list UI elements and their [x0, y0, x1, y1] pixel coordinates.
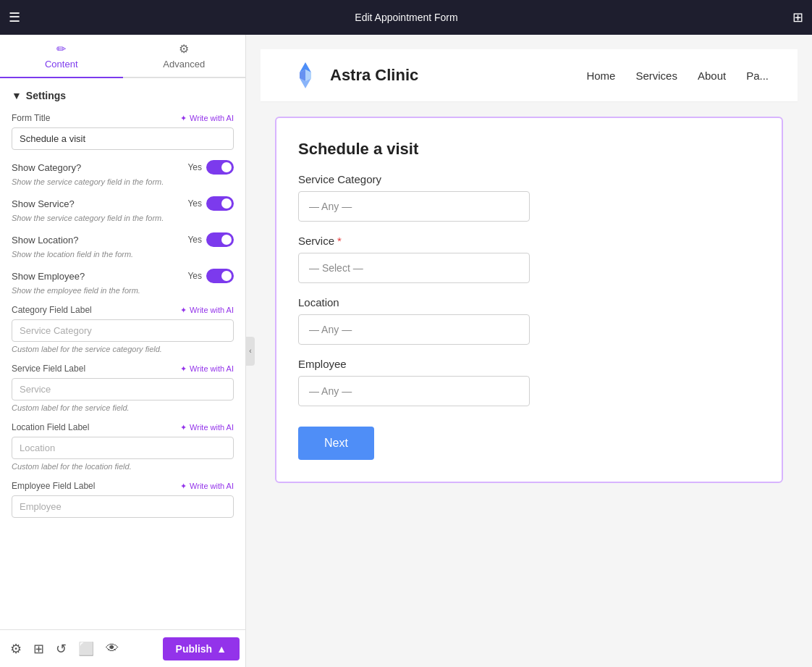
- publish-label: Publish: [176, 643, 213, 655]
- show-employee-toggle-wrapper: Yes: [187, 269, 234, 283]
- form-field-location-label: Location: [298, 296, 760, 309]
- service-ai-btn[interactable]: ✦ Write with AI: [180, 364, 234, 374]
- service-field-label: Service Field Label: [12, 364, 85, 374]
- brand-logo: [289, 59, 321, 91]
- category-field-label: Category Field Label: [12, 305, 92, 315]
- show-service-label: Show Service?: [12, 198, 75, 209]
- brand-area: Astra Clinic: [289, 59, 418, 91]
- settings-section-header: ▼ Settings: [12, 90, 234, 101]
- grid-icon[interactable]: ⊞: [792, 9, 803, 25]
- show-employee-helper: Show the employee field in the form.: [12, 286, 234, 295]
- form-field-employee: Employee — Any —: [298, 358, 760, 406]
- settings-icon-btn[interactable]: ⚙: [6, 637, 26, 661]
- show-location-label: Show Location?: [12, 235, 79, 246]
- location-field-label: Location Field Label: [12, 422, 89, 432]
- category-helper: Custom label for the service category fi…: [12, 345, 234, 353]
- sidebar-collapse-handle[interactable]: ‹: [246, 337, 255, 366]
- preview-area: Astra Clinic Home Services About Pa... S…: [246, 35, 812, 667]
- show-employee-toggle[interactable]: [206, 269, 234, 283]
- service-required-star: *: [337, 235, 342, 247]
- settings-title: Settings: [26, 90, 66, 101]
- service-label-row: Service Field Label ✦ Write with AI: [12, 364, 234, 374]
- location-label-text: Location: [298, 296, 339, 309]
- sidebar-content: ▼ Settings Form Title ✦ Write with AI: [0, 78, 245, 629]
- service-helper: Custom label for the service field.: [12, 403, 234, 412]
- show-category-yes: Yes: [187, 162, 202, 172]
- service-field-input[interactable]: [12, 378, 234, 400]
- show-location-toggle-row: Show Location? Yes: [12, 232, 234, 247]
- form-card: Schedule a visit Service Category — Any …: [275, 117, 783, 483]
- employee-select[interactable]: — Any —: [298, 376, 530, 406]
- category-ai-btn[interactable]: ✦ Write with AI: [180, 306, 234, 315]
- service-select[interactable]: — Select —: [298, 253, 530, 283]
- tab-content-label: Content: [45, 59, 78, 70]
- settings-collapse-icon[interactable]: ▼: [12, 90, 22, 101]
- show-employee-yes: Yes: [187, 271, 202, 281]
- show-service-toggle-row: Show Service? Yes: [12, 196, 234, 211]
- category-field-input[interactable]: [12, 319, 234, 342]
- category-ai-label: Write with AI: [190, 306, 234, 314]
- nav-services[interactable]: Services: [635, 70, 677, 82]
- show-category-toggle-wrapper: Yes: [187, 160, 234, 175]
- tab-advanced[interactable]: ⚙ Advanced: [123, 35, 246, 78]
- employee-label-text: Employee: [298, 358, 347, 370]
- location-select[interactable]: — Any —: [298, 314, 530, 345]
- form-field-service-category-label: Service Category: [298, 173, 760, 185]
- location-label-row: Location Field Label ✦ Write with AI: [12, 422, 234, 432]
- brand-name: Astra Clinic: [330, 66, 418, 85]
- sidebar-tabs: ✏ Content ⚙ Advanced: [0, 35, 245, 78]
- top-bar-title: Edit Appointment Form: [29, 12, 784, 23]
- form-title-field: Form Title ✦ Write with AI: [12, 113, 234, 150]
- responsive-icon-btn[interactable]: ⬜: [74, 637, 98, 661]
- location-ai-btn[interactable]: ✦ Write with AI: [180, 423, 234, 432]
- show-location-helper: Show the location field in the form.: [12, 250, 234, 259]
- form-field-employee-label: Employee: [298, 358, 760, 370]
- show-category-label: Show Category?: [12, 162, 81, 173]
- employee-field-input[interactable]: [12, 495, 234, 518]
- service-ai-label: Write with AI: [190, 364, 234, 373]
- service-label-text: Service: [298, 235, 334, 247]
- sidebar: ✏ Content ⚙ Advanced ▼ Settings: [0, 35, 246, 667]
- service-field-label-field: Service Field Label ✦ Write with AI Cust…: [12, 364, 234, 412]
- show-location-toggle[interactable]: [206, 232, 234, 247]
- sidebar-wrapper: ✏ Content ⚙ Advanced ▼ Settings: [0, 35, 246, 667]
- nav-menu: Home Services About Pa...: [586, 70, 769, 82]
- employee-label-row: Employee Field Label ✦ Write with AI: [12, 481, 234, 491]
- show-category-toggle[interactable]: [206, 160, 234, 175]
- employee-ai-btn[interactable]: ✦ Write with AI: [180, 482, 234, 491]
- nav-about[interactable]: About: [698, 70, 726, 82]
- service-ai-icon: ✦: [180, 364, 187, 374]
- employee-field-label-field: Employee Field Label ✦ Write with AI: [12, 481, 234, 518]
- show-employee-label: Show Employee?: [12, 271, 85, 282]
- layers-icon-btn[interactable]: ⊞: [29, 637, 48, 661]
- nav-home[interactable]: Home: [586, 70, 615, 82]
- history-icon-btn[interactable]: ↺: [51, 637, 71, 661]
- advanced-tab-icon: ⚙: [179, 42, 189, 56]
- category-ai-icon: ✦: [180, 306, 187, 315]
- hamburger-icon[interactable]: ☰: [9, 9, 20, 25]
- employee-ai-icon: ✦: [180, 482, 187, 491]
- location-field-input[interactable]: [12, 437, 234, 459]
- tab-advanced-label: Advanced: [163, 59, 205, 70]
- form-title-label: Form Title: [12, 113, 50, 123]
- form-title-input[interactable]: [12, 127, 234, 150]
- show-service-yes: Yes: [187, 198, 202, 209]
- preview-nav-wrapper: Astra Clinic Home Services About Pa...: [261, 49, 798, 102]
- form-title-label-row: Form Title ✦ Write with AI: [12, 113, 234, 123]
- nav-more[interactable]: Pa...: [746, 70, 769, 82]
- show-location-field: Show Location? Yes Show the location fie…: [12, 232, 234, 259]
- publish-button[interactable]: Publish ▲: [163, 637, 240, 660]
- form-title-ai-btn[interactable]: ✦ Write with AI: [180, 114, 234, 123]
- next-button[interactable]: Next: [298, 427, 374, 460]
- preview-icon-btn[interactable]: 👁: [101, 637, 123, 660]
- show-service-helper: Show the service category field in the f…: [12, 214, 234, 222]
- form-field-service: Service * — Select —: [298, 235, 760, 283]
- tab-content[interactable]: ✏ Content: [0, 35, 123, 78]
- service-category-select[interactable]: — Any —: [298, 191, 530, 222]
- location-field-label-field: Location Field Label ✦ Write with AI Cus…: [12, 422, 234, 471]
- employee-field-label: Employee Field Label: [12, 481, 95, 491]
- show-service-toggle[interactable]: [206, 196, 234, 211]
- form-title-preview: Schedule a visit: [298, 140, 760, 159]
- top-bar: ☰ Edit Appointment Form ⊞: [0, 0, 812, 35]
- show-service-field: Show Service? Yes Show the service categ…: [12, 196, 234, 222]
